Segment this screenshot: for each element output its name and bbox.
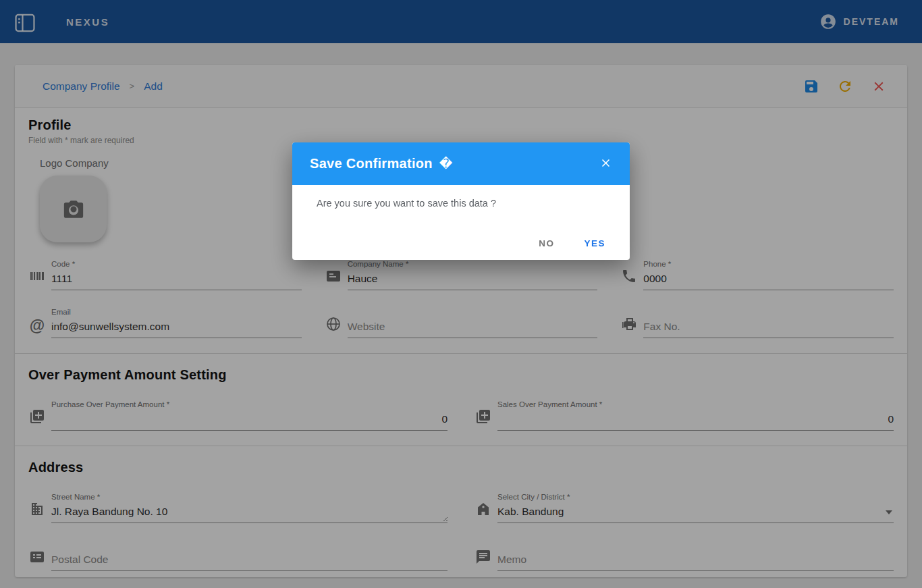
- dialog-actions: NO YES: [539, 238, 605, 248]
- dialog-close-icon[interactable]: [599, 157, 612, 171]
- help-glyph-icon: �: [439, 156, 452, 171]
- dialog-message: Are you sure you want to save this data …: [292, 185, 630, 209]
- modal-overlay[interactable]: [0, 0, 922, 588]
- dialog-header: Save Confirmation �: [292, 142, 630, 185]
- dialog-title: Save Confirmation: [310, 156, 433, 171]
- yes-button[interactable]: YES: [584, 238, 605, 248]
- save-confirmation-dialog: Save Confirmation � Are you sure you wan…: [292, 142, 630, 260]
- no-button[interactable]: NO: [539, 238, 554, 248]
